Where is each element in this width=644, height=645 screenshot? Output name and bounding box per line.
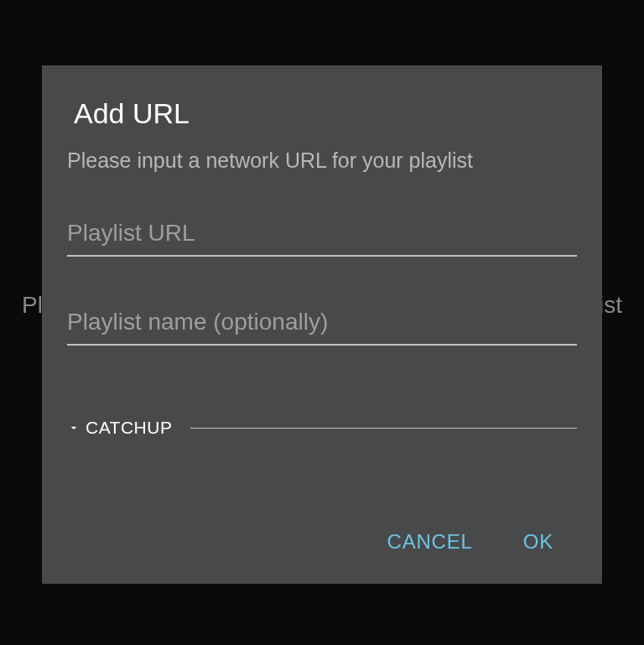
ok-button[interactable]: OK (523, 530, 553, 554)
playlist-name-input[interactable] (67, 304, 577, 346)
catchup-section: CATCHUP (67, 418, 577, 438)
playlist-url-input-wrapper (67, 215, 577, 257)
catchup-label: CATCHUP (86, 418, 172, 438)
dialog-title: Add URL (74, 97, 577, 130)
catchup-toggle[interactable]: CATCHUP (67, 418, 172, 438)
add-url-dialog: Add URL Please input a network URL for y… (42, 65, 602, 584)
background-partial-text-right: ist (599, 292, 622, 319)
playlist-url-input[interactable] (67, 215, 577, 257)
chevron-down-icon (67, 421, 80, 434)
playlist-name-input-wrapper (67, 304, 577, 346)
background-partial-text-left: Pl (22, 292, 43, 319)
dialog-subtitle: Please input a network URL for your play… (67, 148, 577, 173)
dialog-button-row: CANCEL OK (67, 530, 577, 559)
catchup-divider (190, 428, 577, 429)
cancel-button[interactable]: CANCEL (387, 530, 473, 554)
